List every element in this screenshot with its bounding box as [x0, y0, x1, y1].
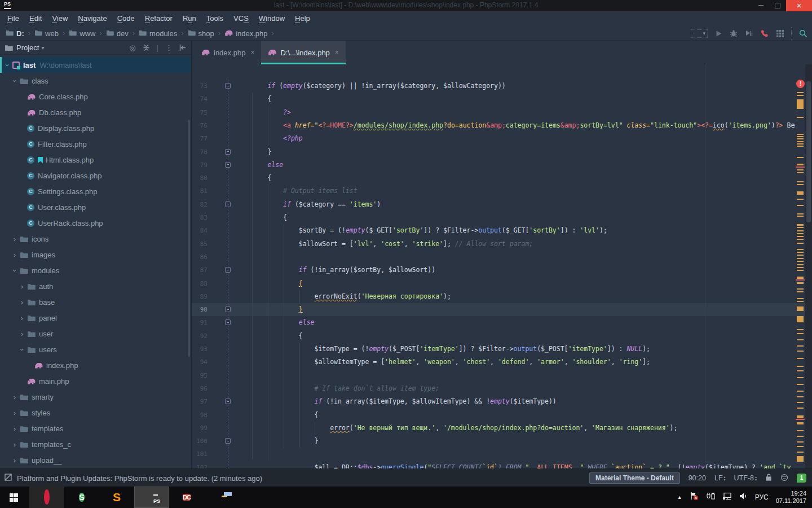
code-text[interactable]: if (empty($category) || !in_array($categ…	[192, 64, 795, 468]
warning-stripe-mark[interactable]	[797, 249, 804, 250]
tree-item-user[interactable]: ›user	[0, 326, 191, 341]
network-icon[interactable]	[722, 492, 732, 502]
tree-item-index.php[interactable]: index.php	[0, 357, 191, 373]
tree-item-UserRack.class.php[interactable]: CUserRack.class.php	[0, 215, 191, 231]
menu-item-edit[interactable]: Edit	[24, 11, 47, 26]
taskbar-app-skype[interactable]: S	[64, 487, 99, 508]
warning-stripe-mark[interactable]	[797, 264, 804, 265]
maximize-button[interactable]	[769, 0, 786, 11]
readonly-lock-icon[interactable]	[765, 474, 772, 483]
error-stripe[interactable]	[795, 64, 805, 468]
warning-stripe-mark[interactable]	[797, 92, 804, 93]
warning-stripe-mark[interactable]	[797, 291, 804, 292]
start-button[interactable]	[0, 487, 27, 508]
error-stripe-mark[interactable]	[796, 167, 805, 168]
warning-stripe-mark[interactable]	[797, 358, 804, 359]
collapse-all-icon[interactable]	[143, 44, 150, 51]
breadcrumb-item-dev[interactable]: dev	[106, 29, 129, 38]
security-flag-icon[interactable]	[690, 492, 699, 503]
menu-item-refactor[interactable]: Refactor	[140, 11, 178, 26]
warning-stripe-mark[interactable]	[797, 252, 804, 253]
error-indicator-badge[interactable]: !	[796, 80, 805, 88]
tree-item-last[interactable]: ›lastW:\domains\last	[0, 57, 191, 73]
warning-stripe-mark[interactable]	[797, 339, 804, 340]
tree-item-base[interactable]: ›base	[0, 294, 191, 310]
project-tree-scrollbar[interactable]	[188, 120, 190, 357]
taskbar-app-opera[interactable]	[29, 487, 64, 508]
warning-stripe-mark[interactable]	[797, 277, 804, 279]
chevron-expanded-icon[interactable]: ›	[11, 266, 19, 274]
warning-stripe-mark[interactable]	[797, 422, 804, 424]
caret-position-widget[interactable]: 90:20	[689, 474, 706, 482]
warning-stripe-mark[interactable]	[797, 370, 804, 371]
warning-stripe-mark[interactable]	[797, 408, 804, 409]
tree-item-Filter.class.php[interactable]: CFilter.class.php	[0, 136, 191, 152]
power-battery-icon[interactable]	[706, 492, 715, 502]
tree-item-users[interactable]: ›users	[0, 341, 191, 357]
menu-item-view[interactable]: View	[47, 11, 73, 26]
warning-stripe-mark[interactable]	[797, 456, 804, 462]
warning-stripe-mark[interactable]	[797, 184, 804, 185]
locate-file-icon[interactable]: ◎	[129, 43, 135, 52]
warning-stripe-mark[interactable]	[797, 384, 804, 385]
hector-inspections-icon[interactable]	[780, 474, 788, 483]
chevron-expanded-icon[interactable]: ›	[3, 61, 12, 69]
warning-stripe-mark[interactable]	[797, 216, 804, 217]
chevron-collapsed-icon[interactable]: ›	[11, 456, 19, 465]
warning-stripe-mark[interactable]	[797, 95, 804, 96]
warning-stripe-mark[interactable]	[797, 441, 804, 443]
tree-item-Db.class.php[interactable]: Db.class.php	[0, 104, 191, 120]
warning-stripe-mark[interactable]	[797, 172, 804, 173]
warning-stripe-mark[interactable]	[797, 298, 804, 299]
warning-stripe-mark[interactable]	[797, 377, 804, 378]
breadcrumb-item-web[interactable]: web	[34, 29, 59, 38]
warning-stripe-mark[interactable]	[797, 396, 804, 397]
chevron-collapsed-icon[interactable]: ›	[11, 251, 19, 259]
warning-stripe-mark[interactable]	[797, 146, 804, 147]
warning-stripe-mark[interactable]	[797, 117, 804, 118]
warning-stripe-mark[interactable]	[797, 181, 804, 182]
tab-close-icon[interactable]: ×	[250, 49, 254, 56]
tree-item-icons[interactable]: ›icons	[0, 231, 191, 247]
warning-stripe-mark[interactable]	[797, 230, 804, 231]
warning-stripe-mark[interactable]	[797, 199, 804, 200]
tree-item-templates[interactable]: ›templates	[0, 421, 191, 436]
tree-item-Core.class.php[interactable]: Core.class.php	[0, 89, 191, 104]
project-panel-title[interactable]: Project	[16, 43, 39, 52]
menu-item-navigate[interactable]: Navigate	[73, 11, 112, 26]
warning-stripe-mark[interactable]	[797, 99, 804, 109]
tree-item-modules[interactable]: ›modules	[0, 262, 191, 278]
breadcrumb-item-modules[interactable]: modules	[139, 29, 177, 38]
options-kebab-icon[interactable]: ⋮	[165, 43, 173, 52]
language-indicator[interactable]: РУС	[755, 493, 769, 501]
warning-stripe-mark[interactable]	[797, 452, 804, 453]
chevron-expanded-icon[interactable]: ›	[11, 77, 19, 85]
encoding-widget[interactable]: UTF-8▴▾	[734, 474, 757, 482]
tree-item-Navigator.class.php[interactable]: CNavigator.class.php	[0, 168, 191, 183]
taskbar-app-explorer[interactable]	[204, 487, 239, 508]
tray-expand-icon[interactable]: ▲	[677, 494, 682, 500]
warning-stripe-mark[interactable]	[797, 267, 804, 268]
warning-stripe-mark[interactable]	[797, 169, 804, 170]
breadcrumb-item-shop[interactable]: shop	[188, 29, 214, 38]
warning-stripe-mark[interactable]	[797, 366, 804, 367]
search-icon[interactable]	[791, 27, 807, 40]
minimize-button[interactable]	[752, 0, 769, 11]
editor-tab-Dindexphp[interactable]: D:\...\index.php×	[261, 41, 345, 64]
warning-stripe-mark[interactable]	[797, 136, 804, 137]
warning-stripe-mark[interactable]	[797, 157, 804, 158]
warning-stripe-mark[interactable]	[797, 138, 804, 139]
menu-item-window[interactable]: Window	[254, 11, 290, 26]
menu-item-tools[interactable]: Tools	[201, 11, 228, 26]
menu-item-run[interactable]: Run	[178, 11, 201, 26]
status-message[interactable]: Platform and Plugin Updates: PhpStorm is…	[17, 474, 262, 483]
chevron-collapsed-icon[interactable]: ›	[18, 282, 26, 291]
warning-stripe-mark[interactable]	[797, 143, 804, 144]
tree-item-Settings.class.php[interactable]: CSettings.class.php	[0, 183, 191, 199]
chevron-collapsed-icon[interactable]: ›	[11, 440, 19, 449]
warning-stripe-mark[interactable]	[797, 329, 804, 330]
warning-stripe-mark[interactable]	[797, 213, 804, 214]
code-editor[interactable]: 7374757677787980818283848586878889909192…	[192, 64, 812, 468]
warning-stripe-mark[interactable]	[797, 134, 804, 135]
chevron-collapsed-icon[interactable]: ›	[18, 314, 26, 322]
